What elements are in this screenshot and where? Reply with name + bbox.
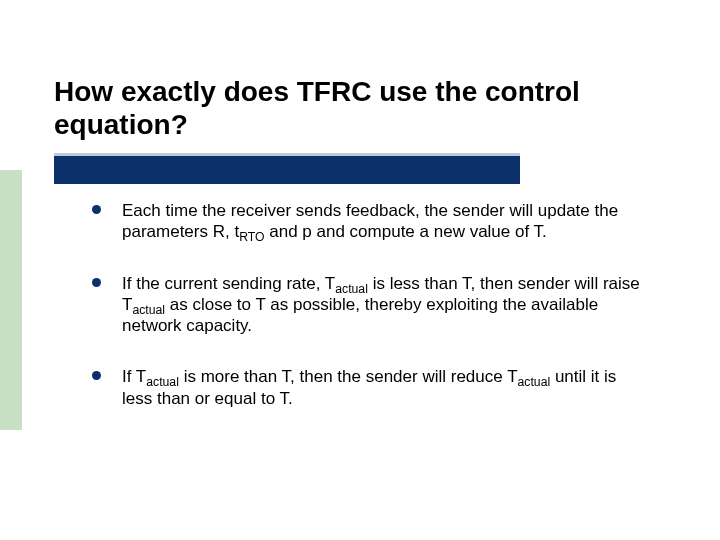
text-fragment: as close to T as possible, thereby explo… (122, 295, 598, 335)
text-fragment: is more than T, then the sender will red… (179, 367, 518, 386)
list-item: If Tactual is more than T, then the send… (80, 366, 650, 409)
list-item: If the current sending rate, Tactual is … (80, 273, 650, 337)
list-item: Each time the receiver sends feedback, t… (80, 200, 650, 243)
body-area: Each time the receiver sends feedback, t… (80, 200, 650, 439)
bullet-list: Each time the receiver sends feedback, t… (80, 200, 650, 409)
slide-title: How exactly does TFRC use the control eq… (54, 75, 664, 141)
title-underline (54, 156, 520, 184)
title-area: How exactly does TFRC use the control eq… (54, 75, 664, 141)
text-fragment: If the current sending rate, T (122, 274, 335, 293)
slide: How exactly does TFRC use the control eq… (0, 0, 720, 540)
side-accent-bar (0, 170, 22, 430)
text-fragment: and p and compute a new value of T. (265, 222, 547, 241)
subscript: RTO (239, 231, 264, 245)
text-fragment: If T (122, 367, 146, 386)
subscript: actual (518, 376, 551, 390)
